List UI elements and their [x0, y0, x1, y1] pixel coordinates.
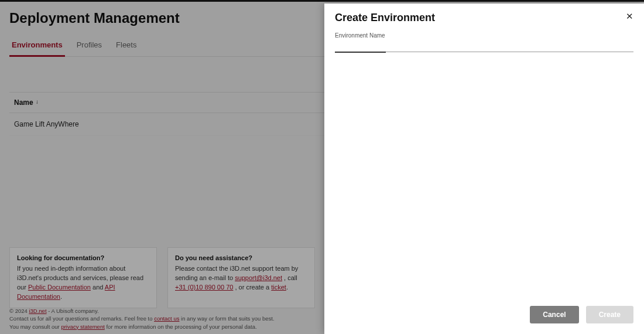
- close-icon[interactable]: ✕: [626, 12, 633, 21]
- cancel-button[interactable]: Cancel: [530, 306, 578, 323]
- environment-name-input[interactable]: [335, 39, 633, 52]
- create-environment-drawer: Create Environment ✕ Environment Name Ca…: [324, 4, 644, 334]
- input-focus-underline: [335, 52, 386, 53]
- environment-name-label: Environment Name: [335, 32, 633, 39]
- create-button[interactable]: Create: [586, 306, 633, 323]
- drawer-header: Create Environment ✕: [324, 4, 644, 28]
- drawer-title: Create Environment: [335, 12, 435, 24]
- drawer-body: Environment Name: [324, 28, 644, 298]
- page-root: Deployment Management Environments Profi…: [0, 2, 644, 334]
- environment-name-field-wrap: [335, 39, 633, 52]
- drawer-footer: Cancel Create: [324, 298, 644, 334]
